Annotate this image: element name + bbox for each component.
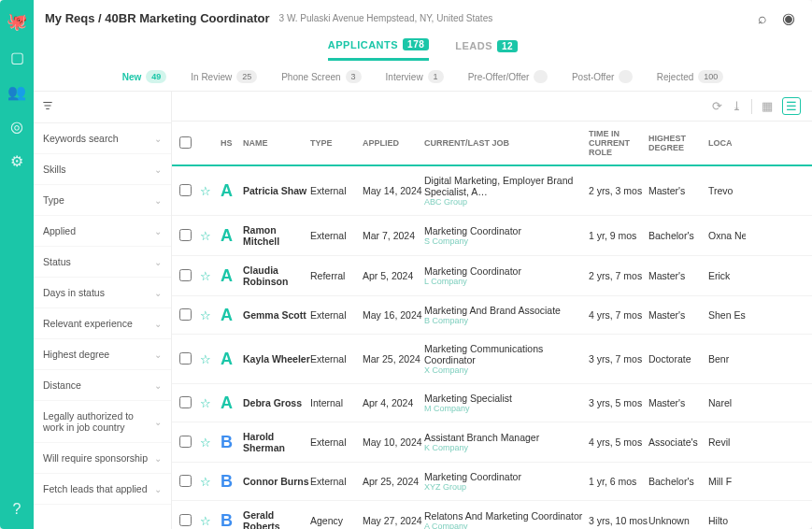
- tab-applicants[interactable]: APPLICANTS178: [328, 38, 429, 61]
- row-checkbox[interactable]: [179, 514, 192, 526]
- filter-highest-degree[interactable]: Highest degree⌄: [34, 339, 171, 370]
- filter-skills[interactable]: Skills⌄: [34, 154, 171, 185]
- filter-settings-icon[interactable]: [34, 92, 171, 123]
- job-title: Marketing Coordinator: [424, 265, 589, 277]
- applicant-name[interactable]: Connor Burns: [243, 476, 310, 487]
- col-name[interactable]: NAME: [243, 138, 310, 148]
- applicant-name[interactable]: Patricia Shaw: [243, 185, 310, 196]
- row-checkbox[interactable]: [179, 436, 192, 448]
- nav-help-icon[interactable]: ?: [13, 501, 21, 518]
- row-checkbox[interactable]: [179, 184, 192, 196]
- job-company: B Company: [424, 316, 589, 325]
- star-icon[interactable]: ☆: [200, 396, 211, 410]
- col-hs[interactable]: HS: [221, 138, 243, 148]
- filter-status[interactable]: Status⌄: [34, 247, 171, 278]
- breadcrumb[interactable]: My Reqs / 40BR Marketing Coordinator: [45, 11, 270, 25]
- search-icon[interactable]: ⌕: [758, 10, 767, 27]
- nav-people-icon[interactable]: 👥: [7, 83, 26, 101]
- stage-post-offer[interactable]: Post-Offer: [572, 70, 633, 83]
- applicant-type: External: [310, 436, 363, 448]
- chevron-down-icon: ⌄: [154, 288, 162, 298]
- filter-keywords-search[interactable]: Keywords search⌄: [34, 123, 171, 154]
- location: Trevo: [708, 185, 746, 196]
- row-checkbox[interactable]: [179, 308, 192, 321]
- star-icon[interactable]: ☆: [200, 184, 211, 198]
- star-icon[interactable]: ☆: [200, 352, 211, 366]
- filter-relevant-experience[interactable]: Relevant experience⌄: [34, 308, 171, 339]
- row-checkbox[interactable]: [179, 396, 192, 408]
- nav-search-icon[interactable]: ◎: [10, 118, 23, 136]
- filter-legally-authorized-to-work-in-job-country[interactable]: Legally authorized to work in job countr…: [34, 401, 171, 443]
- filter-type[interactable]: Type⌄: [34, 185, 171, 216]
- action-export-icon[interactable]: ⤓: [732, 99, 742, 113]
- chevron-down-icon: ⌄: [154, 453, 162, 464]
- applicant-name[interactable]: Ramon Mitchell: [243, 224, 310, 247]
- table-row[interactable]: ☆AClaudia RobinsonReferralApr 5, 2024Mar…: [172, 256, 812, 296]
- table-row[interactable]: ☆BHarold ShermanExternalMay 10, 2024Assi…: [172, 422, 812, 463]
- stage-in-review[interactable]: In Review25: [191, 70, 257, 83]
- star-icon[interactable]: ☆: [200, 436, 211, 450]
- applicant-name[interactable]: Gerald Roberts: [243, 509, 310, 529]
- tab-leads[interactable]: LEADS12: [455, 38, 518, 61]
- stage-rejected[interactable]: Rejected100: [657, 70, 724, 83]
- highest-degree: Doctorate: [648, 353, 708, 365]
- chevron-down-icon: ⌄: [154, 164, 162, 175]
- filter-will-require-sponsorship[interactable]: Will require sponsorship⌄: [34, 443, 171, 474]
- nav-reqs-icon[interactable]: ▢: [10, 49, 24, 66]
- applicant-name[interactable]: Debra Gross: [243, 397, 310, 408]
- row-checkbox[interactable]: [179, 352, 192, 365]
- table-row[interactable]: ☆BConnor BurnsExternalApr 25, 2024Market…: [172, 463, 812, 501]
- table-row[interactable]: ☆AGemma ScottExternalMay 16, 2024Marketi…: [172, 296, 812, 335]
- row-checkbox[interactable]: [179, 475, 192, 487]
- star-icon[interactable]: ☆: [200, 229, 211, 243]
- applied-date: May 16, 2024: [363, 309, 424, 321]
- chevron-down-icon: ⌄: [154, 417, 162, 427]
- star-icon[interactable]: ☆: [200, 514, 211, 528]
- col-job[interactable]: CURRENT/LAST JOB: [424, 138, 589, 148]
- applicant-name[interactable]: Harold Sherman: [243, 431, 310, 453]
- table-row[interactable]: ☆AKayla WheelerExternalMar 25, 2024Marke…: [172, 335, 812, 384]
- applied-date: Apr 25, 2024: [363, 476, 424, 487]
- star-icon[interactable]: ☆: [200, 475, 211, 489]
- row-checkbox[interactable]: [179, 229, 192, 241]
- select-all-checkbox[interactable]: [179, 136, 192, 149]
- filter-days-in-status[interactable]: Days in status⌄: [34, 278, 171, 308]
- highest-degree: Master's: [648, 309, 708, 321]
- view-list-icon[interactable]: ☰: [782, 97, 801, 115]
- stage-pre-offer-offer[interactable]: Pre-Offer/Offer: [468, 70, 548, 83]
- applicant-name[interactable]: Claudia Robinson: [243, 264, 310, 287]
- col-time[interactable]: TIME IN CURRENT ROLE: [589, 129, 648, 157]
- applicant-type: Internal: [310, 397, 363, 408]
- time-in-role: 3 yrs, 5 mos: [589, 397, 648, 408]
- applied-date: Apr 4, 2024: [363, 397, 424, 408]
- user-avatar-icon[interactable]: ◉: [782, 9, 795, 27]
- filter-distance[interactable]: Distance⌄: [34, 370, 171, 401]
- col-type[interactable]: TYPE: [310, 138, 363, 148]
- job-company: A Company: [424, 522, 589, 529]
- action-refresh-icon[interactable]: ⟳: [712, 99, 722, 113]
- filter-applied[interactable]: Applied⌄: [34, 216, 171, 247]
- stage-phone-screen[interactable]: Phone Screen3: [281, 70, 361, 83]
- stage-interview[interactable]: Interview1: [386, 70, 444, 83]
- filter-fetch-leads-that-applied[interactable]: Fetch leads that applied⌄: [34, 474, 171, 505]
- nav-settings-icon[interactable]: ⚙: [10, 152, 23, 170]
- row-checkbox[interactable]: [179, 269, 192, 281]
- table-row[interactable]: ☆ADebra GrossInternalApr 4, 2024Marketin…: [172, 384, 812, 422]
- table-row[interactable]: ☆APatricia ShawExternalMay 14, 2024Digit…: [172, 166, 812, 216]
- view-card-icon[interactable]: ▦: [762, 99, 773, 113]
- col-degree[interactable]: HIGHEST DEGREE: [648, 134, 708, 152]
- col-applied[interactable]: APPLIED: [363, 138, 424, 148]
- table-row[interactable]: ☆ARamon MitchellExternalMar 7, 2024Marke…: [172, 216, 812, 256]
- table-row[interactable]: ☆BGerald RobertsAgencyMay 27, 2024Relato…: [172, 501, 812, 529]
- chevron-down-icon: ⌄: [154, 195, 162, 206]
- applicant-name[interactable]: Kayla Wheeler: [243, 353, 310, 365]
- applicant-type: External: [310, 476, 363, 487]
- location: Shen Esta: [708, 309, 746, 321]
- col-location[interactable]: LOCA: [708, 138, 746, 148]
- applicant-name[interactable]: Gemma Scott: [243, 309, 310, 321]
- star-icon[interactable]: ☆: [200, 269, 211, 283]
- chevron-down-icon: ⌄: [154, 319, 162, 329]
- highest-degree: Master's: [648, 270, 708, 281]
- stage-new[interactable]: New49: [122, 70, 167, 83]
- star-icon[interactable]: ☆: [200, 308, 211, 322]
